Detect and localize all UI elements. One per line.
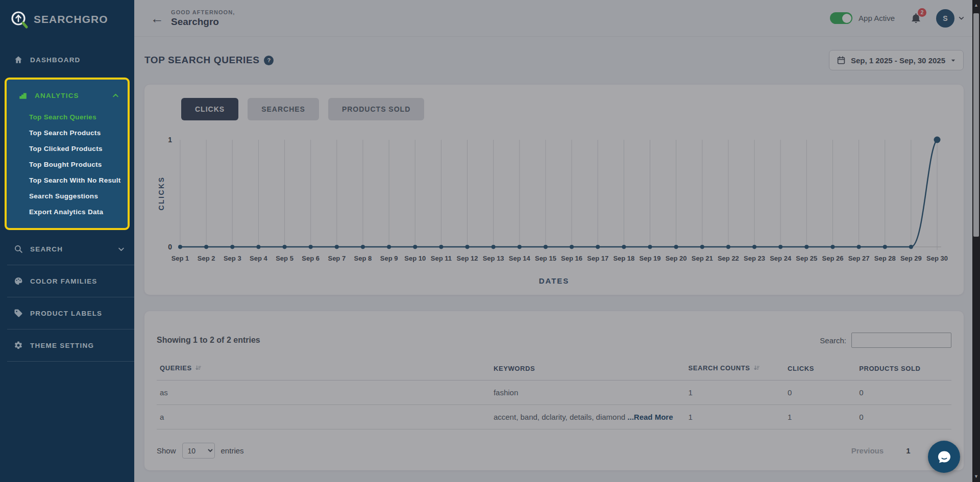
svg-text:Sep 5: Sep 5: [276, 255, 293, 262]
sort-icon[interactable]: [753, 365, 760, 373]
avatar[interactable]: S: [936, 9, 954, 28]
sidebar-subitem-top-search-queries[interactable]: Top Search Queries: [7, 109, 128, 125]
column-header-products-sold[interactable]: PRODUCTS SOLD: [856, 360, 951, 380]
calendar-icon: [837, 56, 846, 65]
clicks-line-chart-svg: Sep 1Sep 2Sep 3Sep 4Sep 5Sep 6Sep 7Sep 8…: [157, 129, 951, 267]
chat-bubble-icon: [936, 448, 953, 466]
column-header-clicks[interactable]: CLICKS: [785, 360, 856, 380]
logo[interactable]: SEARCHGRO: [0, 0, 134, 37]
divider: [7, 265, 134, 265]
page-title: TOP SEARCH QUERIES: [144, 55, 259, 66]
sidebar-subitem-top-bought-products[interactable]: Top Bought Products: [7, 157, 128, 172]
chart-card: CLICKS SEARCHES PRODUCTS SOLD Sep 1Sep 2…: [144, 85, 964, 295]
svg-text:Sep 25: Sep 25: [796, 255, 817, 262]
sidebar-item-label: THEME SETTING: [30, 342, 94, 349]
previous-button[interactable]: Previous: [851, 446, 884, 455]
scroll-up-arrow[interactable]: ▲: [972, 3, 980, 8]
date-range-button[interactable]: Sep, 1 2025 - Sep, 30 2025: [829, 50, 964, 70]
svg-text:Sep 6: Sep 6: [302, 255, 320, 262]
cell-search-counts: 1: [685, 405, 785, 429]
cell-keywords: accent, band, dclarity, details, diamond…: [491, 405, 685, 429]
cell-query: a: [157, 405, 491, 429]
svg-text:Sep 10: Sep 10: [404, 255, 426, 262]
svg-text:Sep 19: Sep 19: [640, 255, 661, 262]
sidebar-subitem-search-suggestions[interactable]: Search Suggestions: [7, 188, 128, 204]
cell-keywords: fashion: [491, 380, 685, 405]
entries-label: entries: [221, 446, 244, 455]
vertical-scrollbar[interactable]: ▲ ▼: [972, 0, 980, 482]
app-root: SEARCHGRO DASHBOARD ANALYTICS Top Search…: [0, 0, 980, 482]
gear-icon: [13, 341, 23, 350]
scrollbar-thumb[interactable]: [973, 13, 979, 237]
chevron-down-icon[interactable]: [958, 15, 965, 21]
help-icon[interactable]: ?: [264, 56, 274, 65]
svg-text:Sep 8: Sep 8: [354, 255, 372, 262]
svg-text:CLICKS: CLICKS: [157, 176, 165, 210]
tab-searches[interactable]: SEARCHES: [248, 98, 319, 120]
svg-text:Sep 7: Sep 7: [328, 255, 346, 262]
chevron-up-icon[interactable]: [112, 92, 119, 99]
back-button[interactable]: ←: [151, 12, 164, 25]
svg-text:Sep 12: Sep 12: [457, 255, 478, 262]
sort-icon[interactable]: [195, 365, 202, 373]
table-search-input[interactable]: [851, 333, 951, 348]
table-row: a accent, band, dclarity, details, diamo…: [157, 405, 951, 429]
sidebar-item-analytics[interactable]: ANALYTICS: [7, 87, 128, 104]
chevron-down-icon[interactable]: [117, 245, 125, 253]
sidebar-subitem-top-search-no-result[interactable]: Top Search With No Result: [7, 172, 128, 188]
sidebar-item-search[interactable]: SEARCH: [0, 240, 134, 258]
metric-tabs: CLICKS SEARCHES PRODUCTS SOLD: [181, 98, 951, 120]
analytics-menu-highlight: ANALYTICS Top Search Queries Top Search …: [5, 78, 130, 230]
sidebar-subitem-top-clicked-products[interactable]: Top Clicked Products: [7, 141, 128, 157]
tab-clicks[interactable]: CLICKS: [181, 98, 238, 120]
bar-chart-icon: [18, 91, 28, 100]
logo-text: SEARCHGRO: [34, 13, 108, 26]
scroll-down-arrow[interactable]: ▼: [972, 474, 980, 479]
sidebar-item-label: COLOR FAMILIES: [30, 277, 97, 285]
svg-text:Sep 23: Sep 23: [744, 255, 765, 262]
search-icon: [13, 244, 23, 253]
sidebar-subitem-export-analytics-data[interactable]: Export Analytics Data: [7, 204, 128, 220]
sidebar-item-color-families[interactable]: COLOR FAMILIES: [0, 272, 134, 290]
svg-text:Sep 16: Sep 16: [561, 255, 582, 262]
account-name: Searchgro: [171, 16, 235, 28]
sidebar-item-product-labels[interactable]: PRODUCT LABELS: [0, 305, 134, 322]
svg-text:Sep 18: Sep 18: [613, 255, 634, 262]
cell-query: as: [157, 380, 491, 405]
read-more-link[interactable]: ...Read More: [627, 413, 673, 421]
svg-text:Sep 2: Sep 2: [198, 255, 215, 262]
sidebar-item-label: DASHBOARD: [30, 56, 81, 64]
svg-text:Sep 21: Sep 21: [692, 255, 713, 262]
sidebar-subitem-top-search-products[interactable]: Top Search Products: [7, 125, 128, 141]
page-number[interactable]: 1: [906, 446, 910, 455]
page-size-select[interactable]: 10: [182, 443, 215, 459]
svg-text:Sep 27: Sep 27: [848, 255, 870, 262]
column-header-queries[interactable]: QUERIES: [157, 360, 491, 380]
svg-text:Sep 24: Sep 24: [770, 255, 792, 262]
divider: [7, 361, 134, 362]
home-icon: [13, 55, 23, 64]
chat-widget-button[interactable]: [928, 441, 960, 473]
tag-icon: [13, 309, 23, 318]
sidebar-item-label: ANALYTICS: [35, 92, 79, 99]
date-range-text: Sep, 1 2025 - Sep, 30 2025: [851, 56, 945, 65]
tab-products-sold[interactable]: PRODUCTS SOLD: [328, 98, 424, 120]
column-header-keywords[interactable]: KEYWORDS: [491, 360, 685, 380]
notification-badge: 2: [918, 8, 926, 17]
palette-icon: [13, 276, 23, 286]
cell-clicks: 0: [785, 380, 856, 405]
svg-text:Sep 13: Sep 13: [483, 255, 504, 262]
cell-products-sold: 0: [856, 405, 951, 429]
sidebar-item-label: SEARCH: [30, 245, 63, 253]
notifications-button[interactable]: 2: [910, 12, 922, 24]
sidebar-item-theme-setting[interactable]: THEME SETTING: [0, 337, 134, 354]
svg-text:Sep 1: Sep 1: [172, 255, 189, 262]
sidebar-item-dashboard[interactable]: DASHBOARD: [0, 51, 134, 68]
app-active-toggle[interactable]: [830, 12, 852, 24]
svg-text:0: 0: [168, 243, 172, 251]
svg-text:Sep 14: Sep 14: [509, 255, 531, 262]
column-header-search-counts[interactable]: SEARCH COUNTS: [685, 360, 785, 380]
table-row: as fashion 1 0 0: [157, 380, 951, 405]
svg-text:Sep 3: Sep 3: [224, 255, 241, 262]
logo-icon: [8, 9, 30, 30]
